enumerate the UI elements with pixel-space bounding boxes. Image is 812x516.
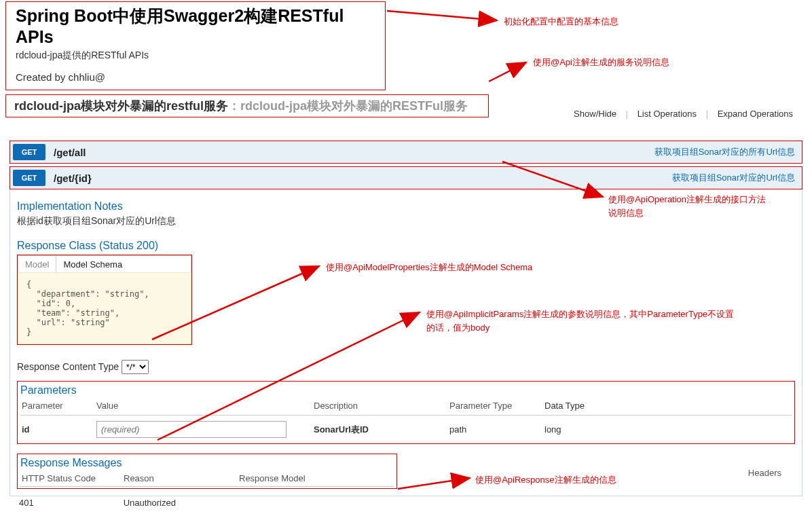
endpoint-path: /get/{id} <box>54 172 672 184</box>
list-operations-link[interactable]: List Operations <box>631 109 703 119</box>
operations-links: Show/Hide | List Operations | Expand Ope… <box>567 109 800 119</box>
param-name: id <box>20 416 95 440</box>
table-row: 401 Unauthorized <box>19 498 812 508</box>
response-messages-table: HTTP Status Code Reason Response Model <box>20 471 394 487</box>
model-tabs: Model Model Schema <box>18 255 191 273</box>
endpoint-summary: 获取项目组Sonar对应的所有Url信息 <box>654 146 799 158</box>
annotation-api-operation: 使用@ApiOperation注解生成的接口方法 说明信息 <box>608 193 766 219</box>
endpoint-summary: 获取项目组Sonar对应的Url信息 <box>672 172 799 184</box>
status-code: 401 <box>19 498 121 508</box>
api-tag-name: rdcloud-jpa模块对外暴漏的restful服务 <box>14 98 228 114</box>
svg-line-2 <box>489 62 526 81</box>
endpoint-row[interactable]: GET /get/all 获取项目组Sonar对应的所有Url信息 <box>10 141 802 164</box>
response-content-type-label: Response Content Type <box>17 361 119 372</box>
col-parameter: Parameter <box>20 398 95 416</box>
response-messages-section: Response Messages HTTP Status Code Reaso… <box>17 454 397 489</box>
model-schema-json[interactable]: { "department": "string", "id": 0, "team… <box>18 272 191 344</box>
col-value: Value <box>95 398 312 416</box>
model-schema-box: Model Model Schema { "department": "stri… <box>17 255 192 345</box>
col-headers: Headers <box>748 468 781 478</box>
param-description: SonarUrl表ID <box>312 416 448 440</box>
api-title: Spring Boot中使用Swagger2构建RESTful APIs <box>16 5 375 47</box>
annotation-api-response: 使用@ApiResponse注解生成的信息 <box>475 473 616 487</box>
http-method-badge: GET <box>13 170 45 186</box>
param-value-input[interactable] <box>96 421 287 438</box>
http-method-badge: GET <box>13 144 45 160</box>
annotation-api: 使用@Api注解生成的服务说明信息 <box>533 56 669 69</box>
annotation-basic-config: 初始化配置中配置的基本信息 <box>504 15 619 29</box>
col-response-model: Response Model <box>238 471 394 487</box>
separator: | <box>626 109 628 119</box>
table-row: id SonarUrl表ID path long <box>20 416 792 440</box>
operation-detail-panel: Implementation Notes 根据id获取项目组Sonar对应的Ur… <box>10 189 802 496</box>
endpoint-row[interactable]: GET /get/{id} 获取项目组Sonar对应的Url信息 <box>10 166 802 189</box>
col-description: Description <box>312 398 448 416</box>
api-description: rdcloud-jpa提供的RESTful APIs <box>16 50 375 62</box>
show-hide-link[interactable]: Show/Hide <box>567 109 623 119</box>
api-tag-desc: rdcloud-jpa模块对外暴漏的RESTFul服务 <box>240 98 468 114</box>
response-messages-title: Response Messages <box>20 457 394 469</box>
response-content-type-row: Response Content Type */* <box>17 360 795 374</box>
api-created-by: Created by chhliu@ <box>16 71 375 83</box>
param-datatype: long <box>543 416 792 440</box>
parameters-title: Parameters <box>20 384 792 397</box>
response-content-type-select[interactable]: */* <box>122 360 149 374</box>
endpoint-path: /get/all <box>54 147 654 158</box>
status-reason: Unauthorized <box>124 498 176 508</box>
tab-model-schema[interactable]: Model Schema <box>56 256 129 273</box>
annotation-api-implicit-params: 使用@ApiImplicitParams注解生成的参数说明信息，其中Parame… <box>426 308 807 334</box>
api-info-header: Spring Boot中使用Swagger2构建RESTful APIs rdc… <box>5 1 386 90</box>
tab-model[interactable]: Model <box>18 256 56 273</box>
col-reason: Reason <box>122 471 238 487</box>
api-tag-sep: : <box>232 99 236 113</box>
col-parameter-type: Parameter Type <box>448 398 543 416</box>
param-type: path <box>448 416 543 440</box>
parameters-table: Parameter Value Description Parameter Ty… <box>20 398 792 439</box>
annotation-api-model: 使用@ApiModelProperties注解生成的Model Schema <box>326 261 532 274</box>
svg-line-1 <box>387 11 497 20</box>
col-data-type: Data Type <box>543 398 792 416</box>
response-class-title: Response Class (Status 200) <box>17 240 795 252</box>
api-tag-row[interactable]: rdcloud-jpa模块对外暴漏的restful服务 : rdcloud-jp… <box>5 94 489 117</box>
separator: | <box>706 109 708 119</box>
expand-operations-link[interactable]: Expand Operations <box>711 109 800 119</box>
col-http-status: HTTP Status Code <box>20 471 122 487</box>
parameters-section: Parameters Parameter Value Description P… <box>17 381 795 444</box>
